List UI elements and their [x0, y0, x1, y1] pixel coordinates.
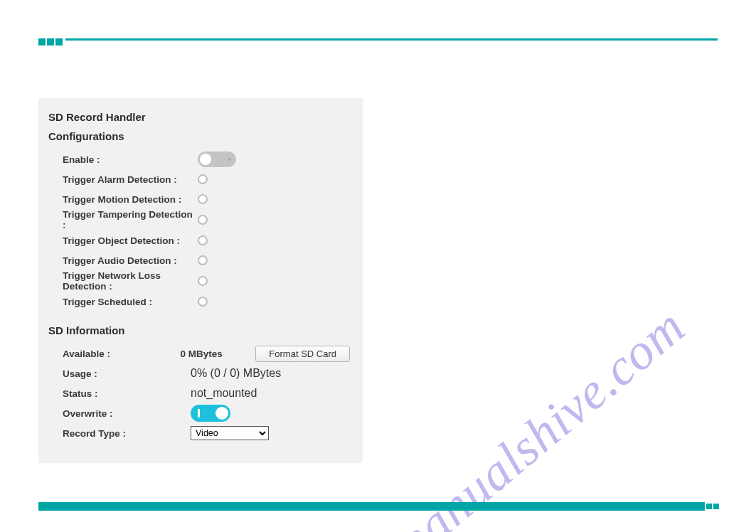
record-type-row: Record Type : Video	[48, 423, 350, 443]
configurations-heading: Configurations	[48, 130, 350, 142]
available-row: Available : 0 MBytes Format SD Card	[48, 344, 350, 363]
enable-row: Enable :	[48, 149, 350, 169]
status-row: Status : not_mounted	[48, 383, 350, 403]
trigger-network-label: Trigger Network Loss Detection :	[63, 270, 198, 292]
enable-label: Enable :	[63, 154, 198, 165]
trigger-object-row: Trigger Object Detection :	[48, 230, 350, 250]
watermark-text: manualshive.com	[377, 259, 742, 532]
trigger-network-row: Trigger Network Loss Detection :	[48, 270, 350, 292]
trigger-alarm-row: Trigger Alarm Detection :	[48, 169, 350, 189]
top-squares	[38, 38, 63, 46]
sd-info-heading: SD Information	[48, 324, 350, 336]
record-type-select[interactable]: Video	[191, 426, 269, 440]
overwrite-label: Overwrite :	[63, 408, 191, 419]
trigger-tampering-row: Trigger Tampering Detection :	[48, 209, 350, 230]
sd-record-panel: SD Record Handler Configurations Enable …	[38, 98, 363, 463]
trigger-object-radio[interactable]	[198, 235, 208, 245]
format-sd-button[interactable]: Format SD Card	[255, 346, 350, 362]
usage-row: Usage : 0% (0 / 0) MBytes	[48, 363, 350, 383]
trigger-tampering-label: Trigger Tampering Detection :	[63, 209, 198, 230]
trigger-motion-row: Trigger Motion Detection :	[48, 189, 350, 209]
usage-label: Usage :	[63, 368, 191, 379]
trigger-motion-label: Trigger Motion Detection :	[63, 194, 198, 205]
status-label: Status :	[63, 388, 191, 399]
available-value: 0 MBytes	[181, 349, 256, 359]
trigger-scheduled-radio[interactable]	[198, 297, 208, 307]
trigger-network-radio[interactable]	[198, 276, 208, 286]
trigger-scheduled-row: Trigger Scheduled :	[48, 292, 350, 312]
trigger-alarm-label: Trigger Alarm Detection :	[63, 174, 198, 185]
top-line	[65, 38, 718, 41]
bottom-decorative-bar	[38, 502, 718, 511]
usage-value: 0% (0 / 0) MBytes	[191, 367, 281, 380]
enable-toggle[interactable]	[198, 151, 236, 167]
trigger-audio-radio[interactable]	[198, 255, 208, 265]
trigger-scheduled-label: Trigger Scheduled :	[63, 297, 198, 307]
bottom-squares	[706, 504, 719, 509]
overwrite-toggle[interactable]	[191, 405, 230, 422]
trigger-audio-row: Trigger Audio Detection :	[48, 250, 350, 270]
trigger-audio-label: Trigger Audio Detection :	[63, 255, 198, 266]
overwrite-row: Overwrite :	[48, 403, 350, 423]
trigger-motion-radio[interactable]	[198, 194, 208, 204]
available-label: Available :	[63, 349, 181, 359]
panel-title: SD Record Handler	[48, 111, 350, 123]
status-value: not_mounted	[191, 387, 257, 400]
trigger-alarm-radio[interactable]	[198, 174, 208, 184]
top-decorative-bar	[38, 38, 718, 44]
trigger-object-label: Trigger Object Detection :	[63, 235, 198, 246]
trigger-tampering-radio[interactable]	[198, 215, 208, 225]
record-type-label: Record Type :	[63, 428, 191, 439]
